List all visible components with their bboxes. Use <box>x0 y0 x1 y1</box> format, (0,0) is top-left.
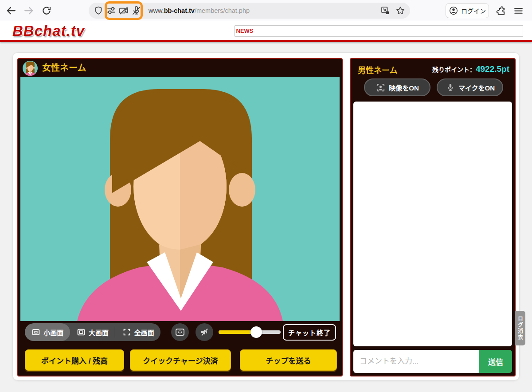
performer-avatar <box>23 61 38 76</box>
user-panel: 男性ネーム 残りポイント：4922.5pt 映像をON マイクをON 送信 ログ… <box>350 58 516 376</box>
volume-track[interactable] <box>219 330 281 334</box>
extensions-icon[interactable] <box>496 5 507 17</box>
quick-charge-button[interactable]: クイックチャージ決済 <box>130 349 231 371</box>
performer-name: 女性ネーム <box>42 59 86 77</box>
microphone-icon <box>445 82 455 93</box>
volume-slider[interactable] <box>219 323 281 341</box>
points-value: 4922.5pt <box>476 64 509 74</box>
full-screen-icon <box>122 327 132 337</box>
large-screen-icon <box>76 327 86 337</box>
buy-points-button[interactable]: ポイント購入 / 残高 <box>25 349 124 371</box>
url-domain: bb-chat.tv <box>164 7 195 14</box>
screenshot-icon[interactable] <box>380 5 391 16</box>
forward-arrow-icon <box>23 5 35 16</box>
bookmark-star-icon[interactable] <box>395 5 406 16</box>
large-screen-button[interactable]: 大画面 <box>70 323 115 341</box>
news-ticker <box>255 25 523 37</box>
user-name: 男性ネーム <box>358 64 397 75</box>
brand-divider <box>0 40 532 42</box>
browser-toolbar: www.bb-chat.tv/members/chat.php ログイン <box>0 0 532 21</box>
mic-blocked-icon[interactable] <box>130 5 142 16</box>
login-label: ログイン <box>461 6 486 15</box>
url-text: www.bb-chat.tv/members/chat.php <box>149 3 250 19</box>
forward-button[interactable] <box>23 5 35 16</box>
full-screen-label: 全画面 <box>134 328 154 337</box>
small-screen-label: 小画面 <box>43 328 63 337</box>
chat-log <box>353 102 512 346</box>
comment-input[interactable] <box>353 350 479 373</box>
back-button[interactable] <box>5 5 17 16</box>
speaker-muted-icon <box>199 327 210 337</box>
camera-on-button[interactable]: 映像をON <box>364 78 430 96</box>
camera-frame-icon <box>376 82 386 93</box>
menu-icon[interactable] <box>512 5 524 17</box>
reload-icon <box>41 5 52 16</box>
chat-page-card: 女性ネーム 小画面 大画面 全画面 <box>12 52 520 380</box>
large-screen-label: 大画面 <box>89 328 109 337</box>
send-tip-button[interactable]: チップを送る <box>240 349 337 371</box>
mute-button[interactable] <box>196 323 213 341</box>
mic-on-label: マイクをON <box>458 83 495 92</box>
mic-on-button[interactable]: マイクをON <box>437 78 503 96</box>
site-header: BBchat.tv NEWS <box>0 21 532 40</box>
performer-header: 女性ネーム <box>18 59 342 77</box>
clear-log-tab[interactable]: ログ消去 <box>515 311 525 345</box>
full-screen-button[interactable]: 全画面 <box>115 323 160 341</box>
view-mode-segmented-control: 小画面 大画面 全画面 <box>25 323 160 341</box>
performer-panel: 女性ネーム 小画面 大画面 全画面 <box>17 58 343 376</box>
volume-thumb[interactable] <box>250 326 262 338</box>
points-label: 残りポイント： <box>432 66 476 73</box>
mirror-flip-button[interactable] <box>171 323 189 341</box>
end-chat-button[interactable]: チャット終了 <box>283 324 336 341</box>
camera-on-label: 映像をON <box>389 83 419 92</box>
shield-icon[interactable] <box>93 5 104 18</box>
url-bar[interactable]: www.bb-chat.tv/members/chat.php <box>89 3 410 19</box>
permissions-icon[interactable] <box>106 5 117 16</box>
url-www: www. <box>149 7 164 14</box>
url-path: /members/chat.php <box>195 7 250 14</box>
small-screen-icon <box>31 327 41 337</box>
site-logo[interactable]: BBchat.tv <box>12 23 85 39</box>
video-stream <box>20 77 340 321</box>
camera-blocked-icon[interactable] <box>118 5 129 16</box>
permissions-highlight-box <box>105 1 143 20</box>
send-button[interactable]: 送信 <box>479 350 512 373</box>
reload-button[interactable] <box>41 5 52 16</box>
news-label: NEWS <box>234 25 255 37</box>
mirror-flip-icon <box>175 327 185 337</box>
account-icon <box>449 6 458 16</box>
points-remaining: 残りポイント：4922.5pt <box>432 64 509 74</box>
woman-avatar-icon <box>23 61 38 76</box>
back-arrow-icon <box>5 5 17 16</box>
small-screen-button[interactable]: 小画面 <box>25 323 70 341</box>
screenshot-root: www.bb-chat.tv/members/chat.php ログイン BBc… <box>0 0 532 392</box>
comment-row: 送信 <box>353 350 512 373</box>
login-button[interactable]: ログイン <box>446 3 489 18</box>
